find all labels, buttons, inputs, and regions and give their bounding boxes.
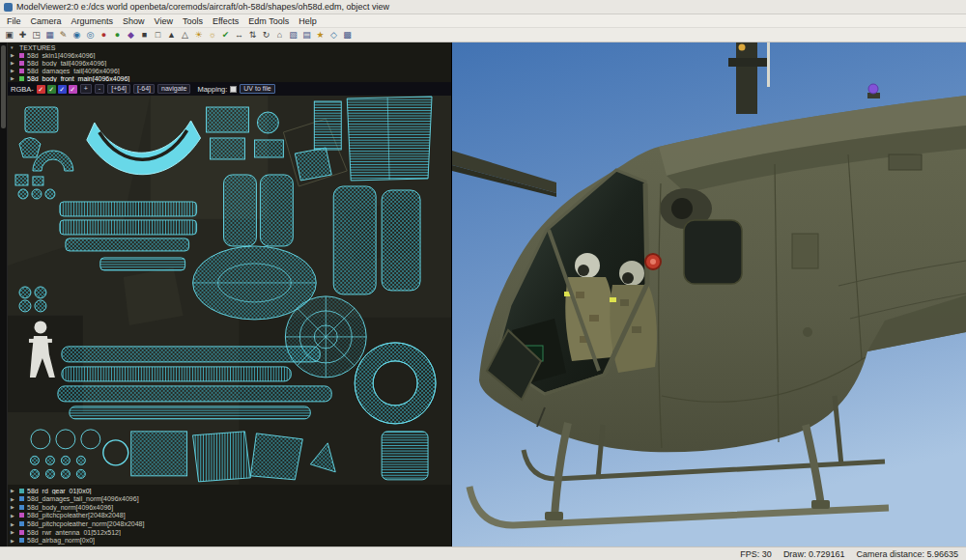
texture-panel-scrollbar[interactable] [0, 42, 8, 546]
app-icon [4, 3, 13, 12]
texture-tree-item[interactable]: ▶ 58d_damages_tail[4096x4096] [8, 67, 451, 74]
modelviewer-window: ModelViewer2:0 e:/dcs world openbeta/cor… [0, 0, 966, 560]
toolbar-icon[interactable]: ▩ [341, 29, 354, 42]
texture-type-icon [19, 69, 24, 73]
draw-time-indicator: Draw: 0.729161 [783, 549, 845, 559]
texture-item-label: 58d_rd_gear_01[0x0] [27, 488, 92, 494]
toolbar-icon[interactable]: ▣ [3, 29, 15, 42]
expand-arrow-icon: ▶ [11, 68, 16, 73]
texture-type-icon [19, 489, 24, 493]
texture-tree-bottom: ▶ 58d_rd_gear_01[0x0] ▶ 58d_damages_tail… [8, 485, 451, 546]
expand-arrow-icon: ▶ [11, 52, 16, 58]
toolbar-icon[interactable]: ▦ [43, 29, 56, 42]
texture-type-icon [19, 513, 24, 518]
texture-tree-item[interactable]: ▶ 58d_airbag_norm[0x0] [8, 536, 451, 545]
model-viewport[interactable] [452, 42, 966, 546]
menu-item[interactable]: Camera [26, 16, 67, 26]
menu-item[interactable]: Tools [178, 16, 208, 26]
texture-tree-item[interactable]: ▶ 58d_rwr_antenna_01[512x512] [8, 528, 451, 537]
toolbar-icon[interactable]: □ [152, 29, 164, 42]
channel-toggle[interactable]: ✓ [37, 85, 45, 94]
channel-toggle[interactable]: ✓ [58, 85, 67, 94]
rgba-label: RGBA- [11, 85, 34, 94]
texture-type-icon [19, 505, 24, 510]
mapping-checkbox[interactable] [230, 86, 237, 93]
texture-type-icon [19, 538, 24, 543]
texture-tree-item[interactable]: ▶ 58d_body_front_main[4096x4096] [8, 74, 451, 82]
toolbar-icon[interactable]: ↻ [260, 29, 272, 42]
texture-tree-item[interactable]: ▶ 58d_body_tail[4096x4096] [8, 59, 451, 67]
menu-item[interactable]: View [150, 16, 178, 26]
texture-tree-item[interactable]: ▶ 58d_skin1[4096x4096] [8, 51, 451, 59]
expand-arrow-icon: ▶ [11, 75, 16, 81]
window-title: ModelViewer2:0 e:/dcs world openbeta/cor… [16, 2, 389, 12]
menu-item[interactable]: Help [294, 16, 322, 26]
mip-minus-button[interactable]: - [95, 84, 104, 94]
toolbar-icon[interactable]: ◎ [84, 29, 97, 42]
statusbar: FPS: 30 Draw: 0.729161 Camera distance: … [0, 546, 966, 560]
mip-plus-button[interactable]: + [80, 84, 92, 94]
aft-cabin-window [684, 220, 742, 284]
texture-item-label: 58d_airbag_norm[0x0] [27, 537, 95, 544]
toolbar-icon[interactable]: ⇅ [246, 29, 259, 42]
toolbar-icon[interactable]: ✔ [219, 29, 232, 42]
channel-toggle[interactable]: ✓ [47, 85, 56, 94]
menu-item[interactable]: Edm Tools [243, 16, 294, 26]
texture-item-label: 58d_body_norm[4096x4096] [27, 504, 113, 511]
toolbar-icon[interactable]: ⌂ [273, 29, 286, 42]
expand-arrow-icon: ▾ [11, 44, 16, 50]
texture-item-label: 58d_body_tail[4096x4096] [27, 60, 106, 67]
texture-tree-item[interactable]: ▶ 58d_rd_gear_01[0x0] [8, 487, 451, 495]
texture-tree-item[interactable]: ▶ 58d_body_norm[4096x4096] [8, 503, 451, 512]
scrollbar-thumb[interactable] [1, 45, 6, 128]
texture-tree-item[interactable]: ▶ 58d_damages_tail_norm[4096x4096] [8, 494, 451, 503]
toolbar-icon[interactable]: ▲ [165, 29, 178, 42]
uv-map-canvas[interactable] [8, 96, 451, 485]
toolbar-icon[interactable]: ● [111, 29, 124, 42]
toolbar-icon[interactable]: ● [98, 29, 110, 42]
toolbar-icon[interactable]: ☼ [206, 29, 218, 42]
channel-toggle[interactable]: ✓ [69, 85, 77, 94]
expand-arrow-icon: ▶ [11, 496, 16, 502]
toolbar-icon[interactable]: ◳ [30, 29, 43, 42]
texture-type-icon [19, 61, 24, 66]
toolbar-icon[interactable]: ◉ [71, 29, 83, 42]
toolbar-icon[interactable]: ■ [138, 29, 151, 42]
bias-plus64-button[interactable]: [+64] [107, 84, 130, 94]
uv-map [8, 96, 451, 485]
toolbar-icon[interactable]: ✎ [57, 29, 70, 42]
texture-item-label: 58d_pitchcpoleather[2048x2048] [27, 512, 126, 518]
texture-tree-header[interactable]: ▾ TEXTURES [8, 43, 451, 51]
toolbar-icon[interactable]: ↔ [233, 29, 245, 42]
texture-type-icon [19, 76, 24, 81]
toolbar-icon[interactable]: △ [179, 29, 191, 42]
toolbar-icon[interactable]: ▤ [300, 29, 313, 42]
texture-tree-item[interactable]: ▶ 58d_pitchcpoleather[2048x2048] [8, 512, 451, 520]
red-cockpit-instrument-center [650, 259, 656, 265]
expand-arrow-icon: ▶ [11, 513, 16, 518]
tree-header-label: TEXTURES [19, 44, 55, 51]
toolbar-icon[interactable]: ☀ [192, 29, 205, 42]
toolbar-icon[interactable]: ✚ [16, 29, 29, 42]
texture-panel-content: ▾ TEXTURES ▶ 58d_skin1[4096x4096] [8, 42, 451, 546]
mapping-label: Mapping: [197, 85, 227, 94]
menu-item[interactable]: File [2, 16, 26, 26]
toolbar-icon[interactable]: ◇ [327, 29, 340, 42]
texture-item-label: 58d_body_front_main[4096x4096] [27, 75, 129, 82]
toolbar-icon[interactable]: ◆ [125, 29, 137, 42]
menu-item[interactable]: Show [118, 16, 150, 26]
menu-item[interactable]: Arguments [67, 16, 119, 26]
navigate-button[interactable]: navigate [157, 84, 190, 94]
uv-to-file-button[interactable]: UV to file [240, 84, 274, 94]
helicopter-render [452, 42, 966, 546]
titlebar[interactable]: ModelViewer2:0 e:/dcs world openbeta/cor… [0, 0, 966, 14]
toolbar-icon[interactable]: ▧ [287, 29, 299, 42]
fps-indicator: FPS: 30 [740, 549, 772, 559]
texture-tree-item[interactable]: ▶ 58d_pitchcpoleather_norm[2048x2048] [8, 519, 451, 528]
bias-minus64-button[interactable]: [-64] [133, 84, 155, 94]
texture-item-label: 58d_pitchcpoleather_norm[2048x2048] [27, 520, 144, 527]
expand-arrow-icon: ▶ [11, 521, 16, 527]
toolbar-icon[interactable]: ★ [314, 29, 327, 42]
menu-item[interactable]: Effects [208, 16, 243, 26]
expand-arrow-icon: ▶ [11, 488, 16, 493]
